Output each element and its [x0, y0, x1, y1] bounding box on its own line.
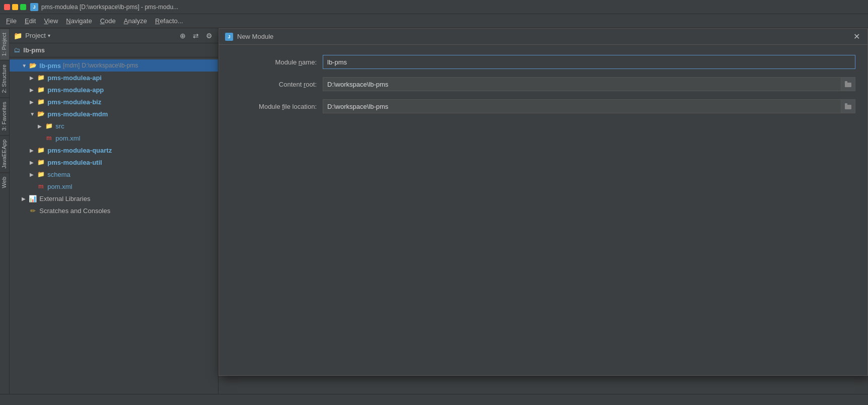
- tree-item-pom-root[interactable]: m pom.xml: [10, 180, 218, 192]
- icon-api: 📁: [37, 74, 45, 82]
- content-root-browse-btn[interactable]: [841, 77, 855, 91]
- arrow-mdm: ▼: [30, 111, 37, 117]
- tree-root[interactable]: ▼ 📂 lb-pms [mdm] D:\workspace\lb-pms: [10, 59, 218, 72]
- app-icon: J: [30, 3, 38, 11]
- tree-item-pom-mdm[interactable]: m pom.xml: [10, 132, 218, 144]
- lb-pms-label: lb-pms: [23, 46, 45, 54]
- bottom-bar: [0, 394, 868, 405]
- window-controls[interactable]: [4, 4, 26, 10]
- module-file-location-input[interactable]: [323, 99, 841, 113]
- minimize-window-btn[interactable]: [12, 4, 18, 10]
- label-util: pms-modulea-util: [47, 159, 102, 166]
- arrow-util: ▶: [30, 160, 37, 165]
- arrow-external: ▶: [22, 196, 29, 201]
- module-file-location-browse-btn[interactable]: [841, 99, 855, 113]
- svg-rect-2: [845, 105, 851, 109]
- project-tree: ▼ 📂 lb-pms [mdm] D:\workspace\lb-pms ▶ 📁…: [10, 57, 218, 394]
- lb-pms-icon: 🗂: [14, 46, 20, 54]
- arrow-src: ▶: [38, 123, 45, 129]
- label-schema: schema: [47, 171, 70, 178]
- tree-item-mdm[interactable]: ▼ 📂 pms-modulea-mdm: [10, 108, 218, 120]
- icon-pom-root: m: [37, 182, 45, 190]
- menu-code[interactable]: Code: [96, 16, 120, 26]
- tree-item-scratches[interactable]: ✏ Scratches and Consoles: [10, 205, 218, 217]
- icon-scratches: ✏: [29, 207, 37, 215]
- side-label-favorites[interactable]: 3: Favorites: [0, 97, 9, 134]
- close-window-btn[interactable]: [4, 4, 10, 10]
- module-file-location-field-group: [323, 99, 855, 113]
- icon-app: 📁: [37, 86, 45, 94]
- project-dropdown-icon[interactable]: ▾: [48, 33, 50, 38]
- tree-item-schema[interactable]: ▶ 📁 schema: [10, 168, 218, 180]
- icon-pom-mdm: m: [45, 134, 53, 142]
- maximize-window-btn[interactable]: [20, 4, 26, 10]
- label-scratches: Scratches and Consoles: [39, 207, 110, 215]
- module-name-label: Module name:: [231, 58, 317, 66]
- content-root-row: Content root:: [231, 77, 855, 91]
- module-file-location-row: Module file location:: [231, 99, 855, 113]
- icon-mdm: 📂: [37, 110, 45, 118]
- svg-rect-1: [845, 81, 847, 83]
- menu-analyze[interactable]: Analyze: [120, 16, 151, 26]
- dialog-title-bar: J New Module ✕: [219, 29, 867, 45]
- menu-navigate[interactable]: Navigate: [62, 16, 96, 26]
- side-label-web[interactable]: Web: [0, 172, 9, 192]
- dialog-title-icon: J: [225, 33, 233, 41]
- dialog-close-button[interactable]: ✕: [851, 32, 861, 42]
- menu-file[interactable]: File: [2, 16, 21, 26]
- icon-external: 📊: [29, 194, 37, 202]
- icon-quartz: 📁: [37, 146, 45, 154]
- tree-item-app[interactable]: ▶ 📁 pms-modulea-app: [10, 84, 218, 96]
- title-bar: J pms-modulea [D:\workspace\lb-pms] - pm…: [0, 0, 868, 14]
- tree-item-biz[interactable]: ▶ 📁 pms-modulea-biz: [10, 96, 218, 108]
- menu-bar: File Edit View Navigate Code Analyze Ref…: [0, 14, 868, 28]
- tree-item-util[interactable]: ▶ 📁 pms-modulea-util: [10, 156, 218, 168]
- content-root-label: Content root:: [231, 81, 317, 88]
- folder-icon-root: 📂: [29, 61, 37, 70]
- label-src: src: [55, 122, 64, 130]
- side-label-javaeeapp[interactable]: JavaEEApp: [0, 135, 9, 172]
- scroll-from-source-btn[interactable]: ⇄: [191, 31, 201, 41]
- tree-item-quartz[interactable]: ▶ 📁 pms-modulea-quartz: [10, 144, 218, 156]
- icon-util: 📁: [37, 158, 45, 166]
- project-panel: 📁 Project ▾ ⊕ ⇄ ⚙ 🗂 lb-pms ▼ 📂 lb-pms [m…: [10, 28, 219, 394]
- menu-edit[interactable]: Edit: [21, 16, 40, 26]
- window-title: pms-modulea [D:\workspace\lb-pms] - pms-…: [41, 4, 178, 11]
- label-api: pms-modulea-api: [47, 74, 102, 82]
- content-area: J New Module ✕ Module name: Content root…: [219, 28, 868, 394]
- module-name-row: Module name:: [231, 55, 855, 69]
- tree-item-external-libs[interactable]: ▶ 📊 External Libraries: [10, 192, 218, 205]
- add-content-btn[interactable]: ⊕: [178, 31, 188, 41]
- label-quartz: pms-modulea-quartz: [47, 147, 112, 154]
- arrow-app: ▶: [30, 87, 37, 93]
- content-root-field-group: [323, 77, 855, 91]
- tree-arrow-root: ▼: [22, 63, 29, 69]
- left-side-labels: 1: Project 2: Structure 3: Favorites Jav…: [0, 28, 10, 394]
- menu-refactor[interactable]: Refacto...: [151, 16, 187, 26]
- arrow-biz: ▶: [30, 99, 37, 105]
- tree-item-api[interactable]: ▶ 📁 pms-modulea-api: [10, 72, 218, 84]
- icon-src: 📁: [45, 122, 53, 130]
- label-app: pms-modulea-app: [47, 86, 104, 94]
- arrow-schema: ▶: [30, 172, 37, 177]
- project-label: Project: [25, 32, 45, 39]
- label-external: External Libraries: [39, 195, 90, 202]
- content-root-input[interactable]: [323, 77, 841, 91]
- root-path: D:\workspace\lb-pms: [82, 62, 138, 69]
- module-name-input[interactable]: [323, 55, 855, 69]
- root-badge: [mdm]: [63, 62, 80, 69]
- label-biz: pms-modulea-biz: [47, 98, 101, 106]
- root-name: lb-pms: [39, 62, 61, 70]
- side-label-structure[interactable]: 2: Structure: [0, 60, 9, 97]
- settings-btn[interactable]: ⚙: [204, 31, 214, 41]
- label-mdm: pms-modulea-mdm: [47, 110, 108, 118]
- icon-schema: 📁: [37, 170, 45, 178]
- icon-biz: 📁: [37, 98, 45, 106]
- dialog-content-area: [219, 123, 867, 375]
- svg-rect-3: [845, 103, 847, 105]
- tree-item-src[interactable]: ▶ 📁 src: [10, 120, 218, 132]
- new-module-dialog: J New Module ✕ Module name: Content root…: [219, 28, 868, 376]
- side-label-project[interactable]: 1: Project: [0, 28, 9, 60]
- menu-view[interactable]: View: [40, 16, 62, 26]
- label-pom-mdm: pom.xml: [55, 134, 80, 142]
